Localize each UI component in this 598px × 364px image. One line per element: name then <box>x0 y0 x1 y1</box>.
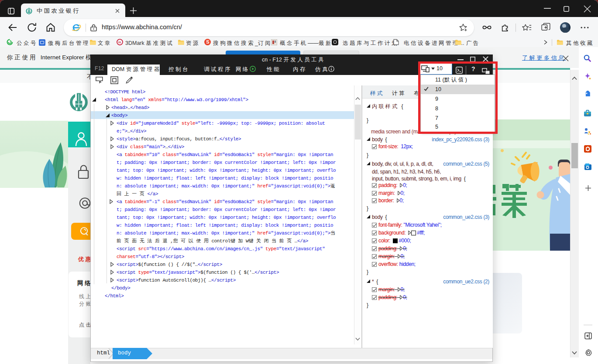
svg-text:UL: UL <box>118 41 122 44</box>
